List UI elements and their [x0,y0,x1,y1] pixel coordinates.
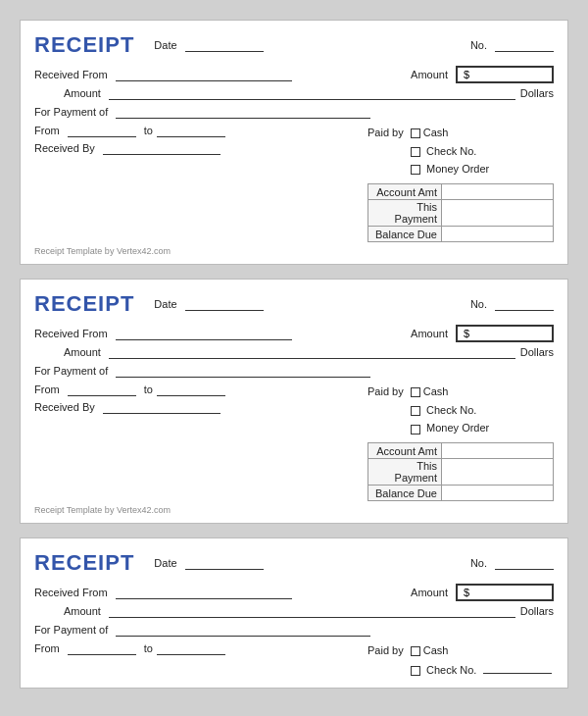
to-field-3[interactable] [157,641,225,655]
from-label-2: From [34,384,60,395]
footer-2: Receipt Template by Vertex42.com [34,505,554,515]
this-payment-value-1[interactable] [442,200,554,227]
check-row-3: Check No. [368,660,554,680]
for-payment-row-3: For Payment of [34,623,554,637]
no-block-2: No. [470,297,554,311]
receipt-card-3: RECEIPT Date No. Received From Amount $ … [20,537,568,688]
this-payment-value-2[interactable] [442,459,554,486]
cash-checkbox-2[interactable] [411,387,420,397]
check-checkbox-2[interactable] [411,406,420,416]
for-payment-row-2: For Payment of [34,364,554,378]
received-from-field-3[interactable] [116,586,292,599]
from-to-row-2: From to [34,383,360,396]
balance-due-value-2[interactable] [442,486,554,501]
cash-checkbox-1[interactable] [411,128,420,138]
cash-label-3: Cash [423,644,449,656]
for-payment-field-3[interactable] [116,623,370,637]
date-field-1[interactable] [185,38,264,52]
dollars-label-1: Dollars [520,87,554,99]
dollars-field-3[interactable] [109,604,515,618]
check-label-3: Check No. [426,664,476,676]
to-label-3: to [144,642,153,654]
left-section-2: From to Received By [34,383,360,501]
receipt-header-fields-1: Date No. [154,38,554,52]
amount-box-3[interactable]: $ [456,584,554,601]
from-field-3[interactable] [68,641,136,655]
check-no-field-3[interactable] [483,660,552,674]
receipt-header-1: RECEIPT Date No. [34,32,554,58]
dollars-row-1: Amount Dollars [34,86,554,100]
left-section-3: From to [34,641,360,679]
cash-checkbox-3[interactable] [411,646,420,656]
received-by-row-2: Received By [34,400,360,414]
receipt-header-2: RECEIPT Date No. [34,291,554,317]
paid-by-label-1: Paid by [368,127,404,138]
to-field-1[interactable] [157,124,225,137]
account-amt-value-2[interactable] [442,443,554,459]
paid-by-row-2: Paid by Cash [368,383,554,401]
right-section-2: Paid by Cash Check No. Money Order Accou… [368,383,554,501]
receipt-title-2: RECEIPT [34,291,134,317]
money-order-checkbox-2[interactable] [411,425,420,435]
amount-box-1[interactable]: $ [456,66,554,83]
amount-sub-label-3: Amount [64,605,101,617]
receipt-header-3: RECEIPT Date No. [34,550,554,576]
balance-due-row-2: Balance Due [368,486,554,501]
receipt-card-1: RECEIPT Date No. Received From Amount $ … [20,20,568,265]
for-payment-label-3: For Payment of [34,624,108,636]
amount-sub-label-2: Amount [64,346,101,358]
received-by-label-2: Received By [34,401,95,413]
dollars-field-1[interactable] [109,86,515,100]
no-field-1[interactable] [495,38,554,52]
check-row-1: Check No. [368,142,554,161]
amount-box-2[interactable]: $ [456,325,554,342]
to-label-1: to [144,125,153,136]
no-block-3: No. [470,556,554,570]
balance-due-value-1[interactable] [442,227,554,242]
for-payment-label-1: For Payment of [34,106,108,118]
money-order-label-2: Money Order [426,422,489,434]
from-field-1[interactable] [68,124,136,137]
from-label-1: From [34,125,60,136]
from-label-3: From [34,642,60,654]
dollars-row-2: Amount Dollars [34,345,554,359]
no-field-3[interactable] [495,556,554,570]
received-by-field-1[interactable] [103,141,220,155]
account-amt-value-1[interactable] [442,184,554,200]
for-payment-row-1: For Payment of [34,105,554,119]
no-block-1: No. [470,38,554,52]
check-checkbox-3[interactable] [411,666,420,676]
check-checkbox-1[interactable] [411,147,420,157]
paid-by-block-2: Paid by Cash Check No. Money Order [368,383,554,437]
to-field-2[interactable] [157,383,225,396]
date-block-3: Date [154,556,263,570]
from-to-row-3: From to [34,641,360,655]
this-payment-label-2: This Payment [368,459,442,486]
received-from-row-3: Received From Amount $ [34,584,554,601]
no-label-1: No. [470,39,487,51]
received-from-row-1: Received From Amount $ [34,66,554,83]
received-by-field-2[interactable] [103,400,220,414]
account-amt-row-2: Account Amt [368,443,554,459]
dollar-sign-3: $ [464,587,469,598]
date-label-2: Date [154,298,176,310]
received-from-field-2[interactable] [116,327,292,340]
date-field-2[interactable] [185,297,264,311]
money-order-checkbox-1[interactable] [411,165,420,175]
main-content-1: From to Received By Paid by Cash Check N… [34,124,554,242]
for-payment-field-2[interactable] [116,364,370,378]
dollars-label-2: Dollars [520,346,554,358]
receipt-title-3: RECEIPT [34,550,134,576]
received-from-field-1[interactable] [116,68,292,81]
check-label-1: Check No. [426,145,476,157]
for-payment-field-1[interactable] [116,105,370,119]
receipt-header-fields-3: Date No. [154,556,554,570]
dollars-field-2[interactable] [109,345,515,359]
this-payment-label-1: This Payment [368,200,442,227]
date-field-3[interactable] [185,556,264,570]
paid-by-row-3: Paid by Cash [368,641,554,660]
from-field-2[interactable] [68,383,136,396]
no-field-2[interactable] [495,297,554,311]
footer-1: Receipt Template by Vertex42.com [34,246,554,256]
date-block-1: Date [154,38,263,52]
